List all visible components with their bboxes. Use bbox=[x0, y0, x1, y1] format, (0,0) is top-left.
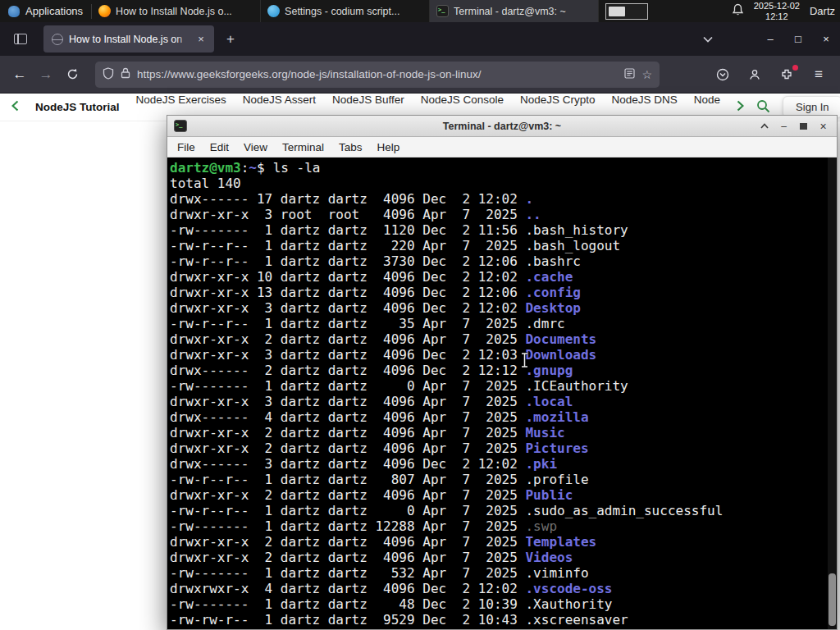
browser-tab-bar: How to Install Node.js on × + – □ × bbox=[0, 22, 840, 56]
terminal-listing-row: -rw-r--r-- 1 dartz dartz 0 Apr 7 2025 .s… bbox=[170, 503, 825, 518]
listing-name: .local bbox=[525, 394, 573, 409]
terminal-screen[interactable]: dartz@vm3:~$ls -la total 140 drwx------ … bbox=[167, 158, 837, 629]
taskbar-window-codium[interactable]: Settings - codium script... bbox=[261, 0, 430, 22]
window-minimize-button[interactable]: – bbox=[756, 22, 784, 56]
listing-pre: drwxr-xr-x 3 dartz dartz 4096 Dec 2 12:0… bbox=[170, 347, 525, 363]
terminal-menubar: FileEditViewTerminalTabsHelp bbox=[167, 137, 837, 158]
back-button[interactable]: ← bbox=[7, 62, 33, 87]
listing-name: Templates bbox=[525, 534, 596, 550]
terminal-shade-button[interactable] bbox=[756, 118, 772, 134]
taskbar-window-terminal[interactable]: Terminal - dartz@vm3: ~ bbox=[430, 0, 599, 22]
listing-pre: -rw------- 1 dartz dartz 1120 Dec 2 11:5… bbox=[170, 222, 525, 238]
listing-pre: drwxrwxr-x 4 dartz dartz 4096 Dec 2 12:0… bbox=[170, 581, 525, 596]
listing-name: Downloads bbox=[525, 347, 596, 363]
desktop: Applications How to Install Node.js o...… bbox=[0, 0, 840, 630]
terminal-listing-row: drwxr-xr-x 2 dartz dartz 4096 Apr 7 2025… bbox=[170, 441, 825, 456]
terminal-menu-terminal[interactable]: Terminal bbox=[275, 141, 331, 153]
menu-icon[interactable]: ≡ bbox=[806, 62, 832, 87]
terminal-listing-row: -rw------- 1 dartz dartz 0 Apr 7 2025 .I… bbox=[170, 378, 825, 394]
window-close-button[interactable]: × bbox=[812, 22, 840, 56]
notification-bell-icon[interactable] bbox=[732, 3, 744, 19]
pocket-icon[interactable] bbox=[710, 62, 736, 87]
site-nav-chevron-left-icon[interactable] bbox=[11, 100, 19, 114]
listing-pre: -rw-r--r-- 1 dartz dartz 3730 Dec 2 12:0… bbox=[170, 253, 525, 269]
site-security-lock-icon[interactable] bbox=[121, 67, 130, 81]
listing-name: .ICEauthority bbox=[525, 378, 628, 394]
listing-pre: drwxr-xr-x 2 dartz dartz 4096 Apr 7 2025 bbox=[170, 331, 525, 347]
applications-icon bbox=[8, 6, 20, 17]
terminal-menu-edit[interactable]: Edit bbox=[203, 141, 236, 153]
terminal-window: Terminal - dartz@vm3: ~ – × FileEditView… bbox=[167, 115, 838, 630]
workspace-window-icon bbox=[609, 7, 625, 16]
listing-name: Pictures bbox=[525, 441, 588, 456]
listing-pre: -rw-r--r-- 1 dartz dartz 0 Apr 7 2025 bbox=[170, 503, 525, 518]
forward-button[interactable]: → bbox=[33, 62, 59, 87]
listing-pre: drwxr-xr-x 2 dartz dartz 4096 Apr 7 2025 bbox=[170, 441, 525, 456]
site-nav-active-item[interactable]: NodeJS Tutorial bbox=[35, 101, 120, 113]
codium-icon bbox=[267, 5, 280, 17]
listing-pre: drwxr-xr-x 3 root root 4096 Apr 7 2025 bbox=[170, 207, 525, 222]
search-icon[interactable] bbox=[756, 99, 770, 116]
terminal-menu-tabs[interactable]: Tabs bbox=[331, 141, 370, 153]
terminal-listing-row: drwx------ 4 dartz dartz 4096 Apr 7 2025… bbox=[170, 409, 825, 425]
terminal-listing-row: drwxr-xr-x 13 dartz dartz 4096 Dec 2 12:… bbox=[170, 285, 825, 300]
terminal-listing-row: drwxr-xr-x 2 dartz dartz 4096 Apr 7 2025… bbox=[170, 534, 825, 550]
terminal-menu-view[interactable]: View bbox=[236, 141, 275, 153]
terminal-scrollbar-thumb[interactable] bbox=[829, 573, 836, 626]
listing-pre: drwx------ 2 dartz dartz 4096 Dec 2 12:1… bbox=[170, 363, 525, 378]
taskbar-user[interactable]: Dartz bbox=[810, 5, 837, 17]
taskbar-time: 12:12 bbox=[754, 11, 800, 22]
listing-pre: drwxr-xr-x 13 dartz dartz 4096 Dec 2 12:… bbox=[170, 285, 525, 300]
tracking-protection-shield-icon[interactable] bbox=[103, 67, 114, 82]
listing-pre: drwxr-xr-x 2 dartz dartz 4096 Apr 7 2025 bbox=[170, 534, 525, 550]
listing-pre: drwxr-xr-x 2 dartz dartz 4096 Apr 7 2025 bbox=[170, 550, 525, 565]
terminal-listing: drwx------ 17 dartz dartz 4096 Dec 2 12:… bbox=[170, 191, 825, 628]
reader-view-icon[interactable] bbox=[624, 68, 635, 81]
terminal-listing-row: drwxr-xr-x 2 dartz dartz 4096 Apr 7 2025… bbox=[170, 425, 825, 441]
extensions-badge bbox=[792, 65, 798, 71]
taskbar-clock[interactable]: 2025-12-02 12:12 bbox=[754, 1, 800, 21]
listing-name: .gnupg bbox=[525, 363, 573, 378]
terminal-listing-row: -rw------- 1 dartz dartz 532 Apr 7 2025 … bbox=[170, 565, 825, 581]
new-tab-button[interactable]: + bbox=[219, 28, 242, 51]
taskbar-window-firefox[interactable]: How to Install Node.js o... bbox=[92, 0, 261, 22]
bookmark-star-icon[interactable]: ☆ bbox=[641, 68, 652, 81]
browser-tab-active[interactable]: How to Install Node.js on × bbox=[43, 25, 214, 52]
terminal-close-button[interactable]: × bbox=[815, 118, 831, 134]
list-all-tabs-button[interactable] bbox=[696, 28, 720, 51]
listing-pre: drwxr-xr-x 2 dartz dartz 4096 Apr 7 2025 bbox=[170, 425, 525, 441]
listing-pre: drwx------ 4 dartz dartz 4096 Apr 7 2025 bbox=[170, 409, 525, 425]
terminal-maximize-button[interactable] bbox=[796, 118, 811, 134]
reload-button[interactable] bbox=[59, 62, 85, 87]
taskbar-date: 2025-12-02 bbox=[754, 1, 800, 11]
extensions-icon[interactable] bbox=[774, 62, 800, 87]
terminal-listing-row: -rw-r--r-- 1 dartz dartz 3730 Dec 2 12:0… bbox=[170, 253, 825, 269]
workspace-switcher[interactable] bbox=[605, 3, 648, 20]
tabbar-right: – □ × bbox=[696, 22, 840, 56]
taskbar-window-label: Terminal - dartz@vm3: ~ bbox=[454, 6, 566, 17]
tab-close-icon[interactable]: × bbox=[193, 31, 209, 48]
terminal-scrollbar[interactable] bbox=[828, 158, 837, 629]
terminal-listing-row: -rw-r--r-- 1 dartz dartz 220 Apr 7 2025 … bbox=[170, 238, 825, 253]
site-nav-chevron-right-icon[interactable] bbox=[737, 100, 744, 114]
listing-name: Desktop bbox=[525, 300, 580, 316]
terminal-total-line: total 140 bbox=[170, 176, 825, 191]
terminal-menu-help[interactable]: Help bbox=[370, 141, 408, 153]
applications-label: Applications bbox=[25, 5, 83, 17]
terminal-listing-row: -rw------- 1 dartz dartz 48 Dec 2 10:39 … bbox=[170, 596, 825, 612]
terminal-listing-row: drwxr-xr-x 2 dartz dartz 4096 Apr 7 2025… bbox=[170, 550, 825, 565]
terminal-listing-row: drwxr-xr-x 3 dartz dartz 4096 Dec 2 12:0… bbox=[170, 300, 825, 316]
account-icon[interactable] bbox=[742, 62, 768, 87]
terminal-menu-file[interactable]: File bbox=[170, 141, 203, 153]
terminal-listing-row: drwx------ 17 dartz dartz 4096 Dec 2 12:… bbox=[170, 191, 825, 207]
firefox-view-button[interactable] bbox=[7, 29, 34, 50]
terminal-titlebar[interactable]: Terminal - dartz@vm3: ~ – × bbox=[167, 116, 837, 137]
terminal-listing-row: drwxr-xr-x 10 dartz dartz 4096 Dec 2 12:… bbox=[170, 269, 825, 285]
terminal-listing-row: drwxr-xr-x 3 dartz dartz 4096 Dec 2 12:0… bbox=[170, 347, 825, 363]
window-maximize-button[interactable]: □ bbox=[784, 22, 812, 56]
url-bar[interactable]: https://www.geeksforgeeks.org/node-js/in… bbox=[95, 62, 660, 88]
applications-menu-button[interactable]: Applications bbox=[0, 0, 91, 22]
listing-name: Public bbox=[525, 487, 573, 503]
taskbar-window-label: Settings - codium script... bbox=[285, 6, 399, 17]
terminal-minimize-button[interactable]: – bbox=[776, 118, 792, 134]
